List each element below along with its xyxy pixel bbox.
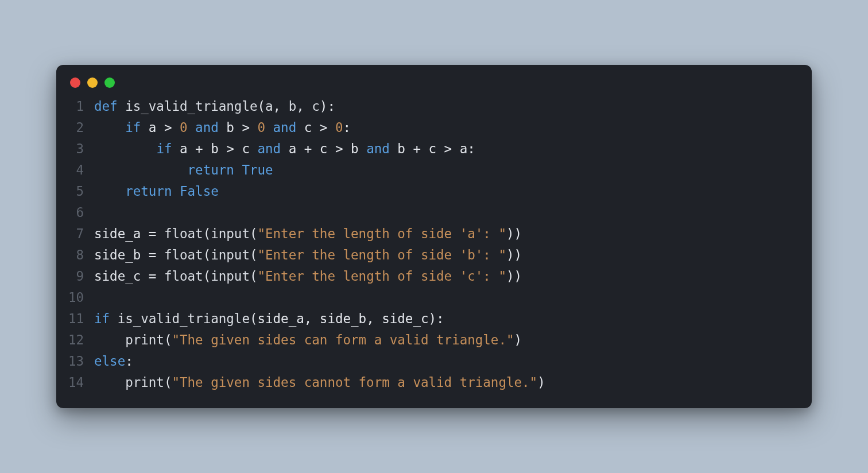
line-number: 2 bbox=[68, 117, 94, 138]
token-str: "The given sides can form a valid triang… bbox=[172, 332, 514, 347]
token-op: = bbox=[149, 226, 164, 241]
token-op: ( bbox=[250, 226, 258, 241]
token-id: a bbox=[180, 141, 195, 156]
token-call: input bbox=[211, 226, 250, 241]
token-num: 0 bbox=[180, 120, 188, 135]
code-content[interactable]: side_b = float(input("Enter the length o… bbox=[94, 245, 522, 266]
line-number: 14 bbox=[68, 372, 94, 393]
token-call: float bbox=[164, 226, 203, 241]
token-op: : bbox=[467, 141, 475, 156]
token-id: b bbox=[226, 120, 242, 135]
token-code bbox=[94, 375, 125, 390]
token-op: : bbox=[327, 99, 335, 114]
token-op: > bbox=[226, 141, 242, 156]
token-op: > bbox=[335, 141, 351, 156]
token-fn: is_valid_triangle bbox=[125, 99, 257, 114]
window-titlebar bbox=[56, 65, 812, 96]
code-line: 5 return False bbox=[68, 181, 800, 202]
token-op: : bbox=[436, 311, 444, 326]
token-id: a bbox=[289, 141, 304, 156]
token-bool: True bbox=[242, 162, 273, 177]
token-call: input bbox=[211, 247, 250, 262]
line-number: 12 bbox=[68, 329, 94, 351]
token-kw: return bbox=[125, 184, 180, 199]
code-editor[interactable]: 1def is_valid_triangle(a, b, c):2 if a >… bbox=[56, 96, 812, 393]
token-kw: else bbox=[94, 354, 125, 369]
token-op: )) bbox=[506, 226, 522, 241]
token-code bbox=[94, 162, 188, 177]
token-kw: if bbox=[156, 141, 180, 156]
token-op: > bbox=[320, 120, 335, 135]
token-id: b bbox=[351, 141, 366, 156]
token-op: )) bbox=[506, 269, 522, 284]
code-content[interactable]: side_a = float(input("Enter the length o… bbox=[94, 223, 522, 245]
line-number: 10 bbox=[68, 287, 94, 308]
token-op: ( bbox=[203, 226, 211, 241]
token-op: > bbox=[444, 141, 460, 156]
code-line: 9side_c = float(input("Enter the length … bbox=[68, 266, 800, 287]
code-line: 14 print("The given sides cannot form a … bbox=[68, 372, 800, 393]
token-call: float bbox=[164, 269, 203, 284]
token-op: : bbox=[125, 354, 133, 369]
token-id: side_c bbox=[94, 269, 149, 284]
token-op: ( bbox=[250, 247, 258, 262]
window-maximize-icon[interactable] bbox=[104, 77, 115, 88]
token-num: 0 bbox=[257, 120, 265, 135]
token-op: ( bbox=[164, 332, 172, 347]
token-id: c bbox=[304, 120, 320, 135]
window-close-icon[interactable] bbox=[70, 77, 80, 88]
token-op: )) bbox=[506, 247, 522, 262]
code-line: 3 if a + b > c and a + c > b and b + c >… bbox=[68, 138, 800, 160]
line-number: 5 bbox=[68, 181, 94, 202]
line-number: 1 bbox=[68, 96, 94, 117]
line-number: 8 bbox=[68, 245, 94, 266]
token-bool: False bbox=[180, 184, 219, 199]
token-str: "Enter the length of side 'c': " bbox=[257, 269, 506, 284]
line-number: 11 bbox=[68, 308, 94, 329]
token-op: ( bbox=[257, 99, 265, 114]
token-op: ) bbox=[514, 332, 522, 347]
window-minimize-icon[interactable] bbox=[87, 77, 98, 88]
line-number: 13 bbox=[68, 351, 94, 372]
line-number: 4 bbox=[68, 160, 94, 181]
token-num: 0 bbox=[335, 120, 343, 135]
code-content[interactable]: print("The given sides cannot form a val… bbox=[94, 372, 545, 393]
token-op: ( bbox=[250, 269, 258, 284]
token-id: side_b bbox=[94, 247, 149, 262]
token-id: b bbox=[397, 141, 413, 156]
token-str: "Enter the length of side 'a': " bbox=[257, 226, 506, 241]
token-kw: if bbox=[94, 311, 118, 326]
line-number: 6 bbox=[68, 202, 94, 223]
token-id: a bbox=[460, 141, 468, 156]
token-code bbox=[94, 120, 125, 135]
token-id: side_a, side_b, side_c bbox=[257, 311, 428, 326]
code-content[interactable]: print("The given sides can form a valid … bbox=[94, 329, 522, 351]
token-kw: return bbox=[188, 162, 242, 177]
token-op: = bbox=[149, 269, 164, 284]
code-content[interactable]: if is_valid_triangle(side_a, side_b, sid… bbox=[94, 308, 444, 329]
code-line: 6 bbox=[68, 202, 800, 223]
code-content[interactable]: return True bbox=[94, 160, 273, 181]
token-str: "The given sides cannot form a valid tri… bbox=[172, 375, 537, 390]
token-kw: and bbox=[366, 141, 397, 156]
token-id: c bbox=[429, 141, 444, 156]
code-content[interactable]: if a > 0 and b > 0 and c > 0: bbox=[94, 117, 351, 138]
code-content[interactable]: def is_valid_triangle(a, b, c): bbox=[94, 96, 335, 117]
token-id: c bbox=[320, 141, 335, 156]
code-content[interactable]: return False bbox=[94, 181, 219, 202]
token-id: a bbox=[149, 120, 164, 135]
token-code bbox=[94, 141, 156, 156]
line-number: 9 bbox=[68, 266, 94, 287]
token-op: ( bbox=[164, 375, 172, 390]
token-param: a, b, c bbox=[265, 99, 320, 114]
code-content[interactable]: else: bbox=[94, 351, 133, 372]
token-op: ) bbox=[429, 311, 437, 326]
line-number: 3 bbox=[68, 138, 94, 160]
token-str: "Enter the length of side 'b': " bbox=[257, 247, 506, 262]
code-content[interactable]: if a + b > c and a + c > b and b + c > a… bbox=[94, 138, 475, 160]
token-op: = bbox=[149, 247, 164, 262]
code-content[interactable]: side_c = float(input("Enter the length o… bbox=[94, 266, 522, 287]
token-id: side_a bbox=[94, 226, 149, 241]
token-call: print bbox=[125, 375, 164, 390]
token-op: + bbox=[195, 141, 211, 156]
